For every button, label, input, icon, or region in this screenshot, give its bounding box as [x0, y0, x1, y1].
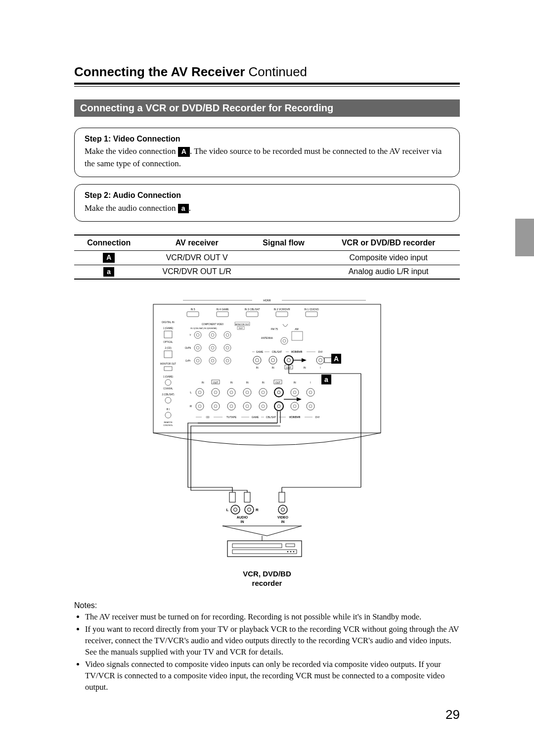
svg-text:IN 4   GAME: IN 4 GAME — [216, 308, 229, 311]
cell-conn-A: A — [74, 251, 143, 265]
cell-flow-a — [250, 265, 317, 279]
svg-text:L: L — [190, 391, 192, 394]
svg-point-101 — [198, 391, 201, 394]
device-label-line1: VCR, DVD/BD — [243, 569, 291, 578]
svg-rect-157 — [229, 492, 235, 502]
svg-text:REMOTE: REMOTE — [164, 421, 172, 424]
svg-point-106 — [243, 388, 251, 396]
svg-text:TV/TAPE: TV/TAPE — [226, 416, 237, 419]
svg-text:CBL/SAT: CBL/SAT — [266, 416, 276, 419]
connection-diagram: HDMI IN 5 IN 4 GAME IN 3 CBL/SAT IN 2 VC… — [148, 289, 386, 588]
svg-text:IN: IN — [272, 366, 274, 369]
svg-text:IN: IN — [246, 381, 249, 384]
svg-point-63 — [283, 339, 286, 342]
svg-text:IN: IN — [294, 381, 296, 384]
step2-text-before: Make the audio connection — [85, 203, 178, 213]
svg-rect-11 — [276, 312, 288, 317]
svg-point-56 — [224, 357, 231, 364]
svg-text:I: I — [310, 381, 311, 384]
cell-receiver-a: VCR/DVR OUT L/R — [143, 265, 250, 279]
badge-a-table: a — [103, 267, 114, 277]
svg-text:IN: IN — [230, 381, 233, 384]
svg-rect-16 — [164, 331, 172, 338]
list-item: If you want to record directly from your… — [85, 623, 460, 658]
svg-point-26 — [165, 397, 171, 403]
svg-point-80 — [319, 359, 322, 362]
list-item: Video signals connected to composite vid… — [85, 659, 460, 693]
step1-title: Step 1: Video Connection — [85, 133, 449, 144]
svg-text:1 (GAME): 1 (GAME) — [163, 327, 174, 330]
svg-point-47 — [209, 344, 216, 351]
svg-text:2 (CBL/SAT): 2 (CBL/SAT) — [162, 393, 175, 396]
step2-box: Step 2: Audio Connection Make the audio … — [74, 184, 460, 222]
svg-point-122 — [230, 405, 233, 408]
svg-text:IN 5: IN 5 — [190, 308, 195, 311]
svg-point-108 — [259, 388, 267, 396]
svg-text:R: R — [256, 508, 259, 512]
svg-rect-60 — [292, 331, 303, 340]
svg-rect-9 — [246, 312, 258, 317]
svg-point-113 — [293, 391, 296, 394]
svg-text:IN: IN — [202, 381, 204, 384]
svg-text:OUT: OUT — [213, 381, 219, 384]
svg-point-105 — [230, 391, 233, 394]
svg-rect-0 — [153, 304, 381, 433]
badge-a-inline: a — [178, 204, 189, 213]
svg-point-115 — [309, 391, 312, 394]
connection-table: Connection AV receiver Signal flow VCR o… — [74, 235, 460, 280]
svg-text:GAME: GAME — [252, 416, 259, 419]
svg-point-75 — [271, 359, 275, 362]
svg-text:MONITOR OUT: MONITOR OUT — [235, 323, 250, 326]
svg-point-123 — [243, 402, 251, 410]
svg-point-104 — [227, 388, 235, 396]
step1-body: Make the video connection A. The video s… — [85, 145, 449, 170]
svg-point-127 — [274, 402, 283, 411]
svg-point-125 — [259, 402, 267, 410]
page-number: 29 — [445, 707, 460, 722]
svg-point-77 — [287, 359, 291, 362]
svg-text:DVI: DVI — [318, 350, 322, 353]
svg-rect-159 — [279, 492, 285, 502]
svg-text:R I: R I — [167, 408, 170, 411]
svg-point-40 — [209, 331, 216, 338]
svg-text:OPTICAL: OPTICAL — [163, 341, 173, 343]
page-content: Connecting the AV Receiver Continued Con… — [0, 0, 534, 723]
svg-text:GAME: GAME — [256, 350, 264, 353]
svg-rect-158 — [244, 492, 250, 502]
svg-text:CONTROL: CONTROL — [163, 424, 173, 426]
svg-text:COAXIAL: COAXIAL — [163, 387, 173, 390]
svg-point-164 — [248, 508, 251, 512]
svg-point-121 — [227, 402, 235, 410]
svg-text:MONITOR OUT: MONITOR OUT — [160, 363, 176, 365]
svg-text:VCR/DVR: VCR/DVR — [289, 416, 301, 419]
svg-text:IN 1   CD/DVD: IN 1 CD/DVD — [304, 308, 319, 311]
svg-text:IN 1(CBL/SAT) IN  2(HVHDMI): IN 1(CBL/SAT) IN 2(HVHDMI) — [190, 327, 217, 330]
svg-point-117 — [196, 402, 204, 410]
cell-conn-a: a — [74, 265, 143, 279]
svg-marker-78 — [302, 358, 307, 362]
svg-text:2 (CD): 2 (CD) — [165, 347, 172, 349]
section-heading: Connecting a VCR or DVD/BD Recorder for … — [74, 99, 460, 117]
svg-point-74 — [269, 356, 277, 364]
svg-text:IN: IN — [241, 520, 244, 523]
step2-title: Step 2: Audio Connection — [85, 189, 449, 201]
svg-point-50 — [226, 346, 229, 349]
diagram-svg: HDMI IN 5 IN 4 GAME IN 3 CBL/SAT IN 2 VC… — [148, 289, 386, 567]
svg-text:IN: IN — [256, 366, 259, 369]
svg-point-62 — [281, 337, 288, 344]
svg-point-76 — [284, 356, 293, 365]
svg-point-100 — [196, 388, 204, 396]
table-row: a VCR/DVR OUT L/R Analog audio L/R input — [74, 265, 460, 279]
svg-point-43 — [226, 333, 229, 336]
svg-point-119 — [212, 402, 220, 410]
svg-point-128 — [277, 405, 280, 408]
svg-rect-21 — [164, 367, 172, 371]
th-device: VCR or DVD/BD recorder — [317, 235, 460, 251]
svg-point-28 — [165, 412, 171, 418]
svg-point-132 — [309, 405, 312, 408]
svg-point-129 — [291, 402, 299, 410]
th-receiver: AV receiver — [143, 235, 250, 251]
svg-point-124 — [246, 405, 249, 408]
svg-point-73 — [256, 359, 259, 362]
svg-point-114 — [307, 388, 314, 396]
